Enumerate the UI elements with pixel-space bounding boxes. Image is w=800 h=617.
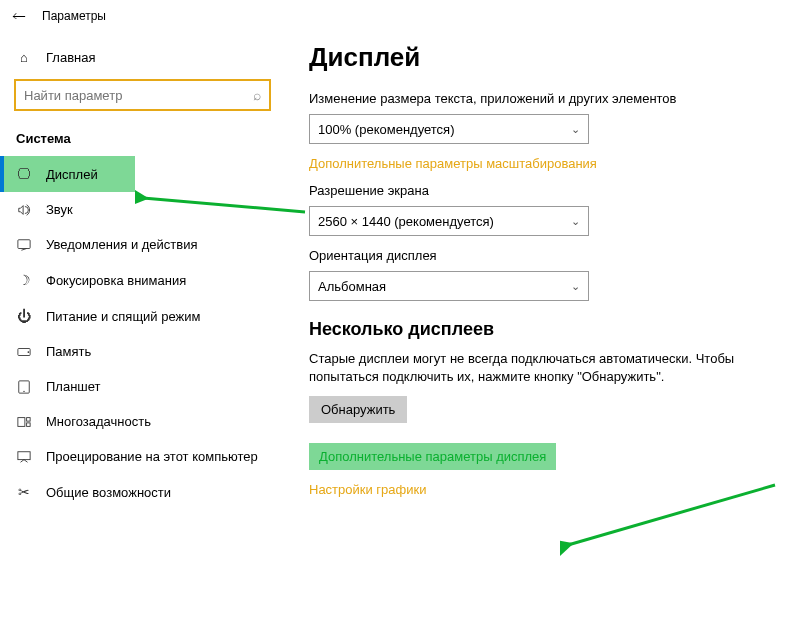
home-button[interactable]: ⌂ Главная	[0, 42, 285, 73]
svg-point-4	[23, 390, 24, 391]
svg-rect-8	[18, 451, 30, 459]
sidebar-item-label: Планшет	[46, 379, 101, 394]
multi-displays-desc: Старые дисплеи могут не всегда подключат…	[309, 350, 776, 386]
content-area: Дисплей Изменение размера текста, прилож…	[285, 32, 800, 617]
chevron-down-icon: ⌄	[571, 215, 580, 228]
sidebar-item-label: Многозадачность	[46, 414, 151, 429]
scale-value: 100% (рекомендуется)	[318, 122, 454, 137]
category-label: Система	[0, 125, 285, 156]
app-title: Параметры	[42, 9, 106, 23]
focus-icon: ☽	[16, 272, 32, 288]
resolution-label: Разрешение экрана	[309, 183, 776, 198]
sound-icon	[16, 203, 32, 217]
scale-dropdown[interactable]: 100% (рекомендуется) ⌄	[309, 114, 589, 144]
page-title: Дисплей	[309, 42, 776, 73]
search-icon: ⌕	[253, 87, 261, 103]
sidebar-item-label: Память	[46, 344, 91, 359]
sidebar-item-sound[interactable]: Звук	[0, 192, 285, 227]
sidebar-item-label: Фокусировка внимания	[46, 273, 186, 288]
scale-label: Изменение размера текста, приложений и д…	[309, 91, 776, 106]
orientation-value: Альбомная	[318, 279, 386, 294]
search-box[interactable]: ⌕	[14, 79, 271, 111]
sidebar-item-focus[interactable]: ☽ Фокусировка внимания	[0, 262, 285, 298]
sidebar-item-storage[interactable]: Память	[0, 334, 285, 369]
back-button[interactable]: 🡐	[12, 8, 26, 24]
tablet-icon	[16, 380, 32, 394]
sidebar-item-label: Звук	[46, 202, 73, 217]
sidebar: ⌂ Главная ⌕ Система 🖵 Дисплей Звук Уведо…	[0, 32, 285, 617]
search-input[interactable]	[24, 88, 253, 103]
advanced-display-link[interactable]: Дополнительные параметры дисплея	[309, 443, 556, 470]
orientation-label: Ориентация дисплея	[309, 248, 776, 263]
sidebar-item-label: Проецирование на этот компьютер	[46, 449, 258, 464]
detect-button[interactable]: Обнаружить	[309, 396, 407, 423]
sidebar-item-label: Уведомления и действия	[46, 237, 198, 252]
sidebar-item-label: Дисплей	[46, 167, 98, 182]
multi-displays-title: Несколько дисплеев	[309, 319, 776, 340]
resolution-dropdown[interactable]: 2560 × 1440 (рекомендуется) ⌄	[309, 206, 589, 236]
advanced-scaling-link[interactable]: Дополнительные параметры масштабирования	[309, 156, 776, 171]
notifications-icon	[16, 238, 32, 252]
sidebar-item-multitasking[interactable]: Многозадачность	[0, 404, 285, 439]
sidebar-item-display[interactable]: 🖵 Дисплей	[0, 156, 135, 192]
chevron-down-icon: ⌄	[571, 123, 580, 136]
chevron-down-icon: ⌄	[571, 280, 580, 293]
sidebar-item-notifications[interactable]: Уведомления и действия	[0, 227, 285, 262]
projecting-icon	[16, 450, 32, 464]
svg-point-2	[28, 351, 30, 353]
orientation-dropdown[interactable]: Альбомная ⌄	[309, 271, 589, 301]
sidebar-item-power[interactable]: ⏻ Питание и спящий режим	[0, 298, 285, 334]
sidebar-item-projecting[interactable]: Проецирование на этот компьютер	[0, 439, 285, 474]
svg-rect-7	[27, 422, 31, 426]
multitasking-icon	[16, 415, 32, 429]
sidebar-item-shared[interactable]: ✂ Общие возможности	[0, 474, 285, 510]
graphics-settings-link[interactable]: Настройки графики	[309, 482, 776, 497]
svg-rect-0	[18, 239, 30, 248]
svg-rect-5	[18, 417, 25, 426]
sidebar-item-label: Питание и спящий режим	[46, 309, 200, 324]
power-icon: ⏻	[16, 308, 32, 324]
display-icon: 🖵	[16, 166, 32, 182]
sidebar-item-tablet[interactable]: Планшет	[0, 369, 285, 404]
resolution-value: 2560 × 1440 (рекомендуется)	[318, 214, 494, 229]
svg-rect-6	[27, 417, 31, 421]
sidebar-item-label: Общие возможности	[46, 485, 171, 500]
home-icon: ⌂	[16, 50, 32, 65]
home-label: Главная	[46, 50, 95, 65]
shared-icon: ✂	[16, 484, 32, 500]
storage-icon	[16, 347, 32, 357]
